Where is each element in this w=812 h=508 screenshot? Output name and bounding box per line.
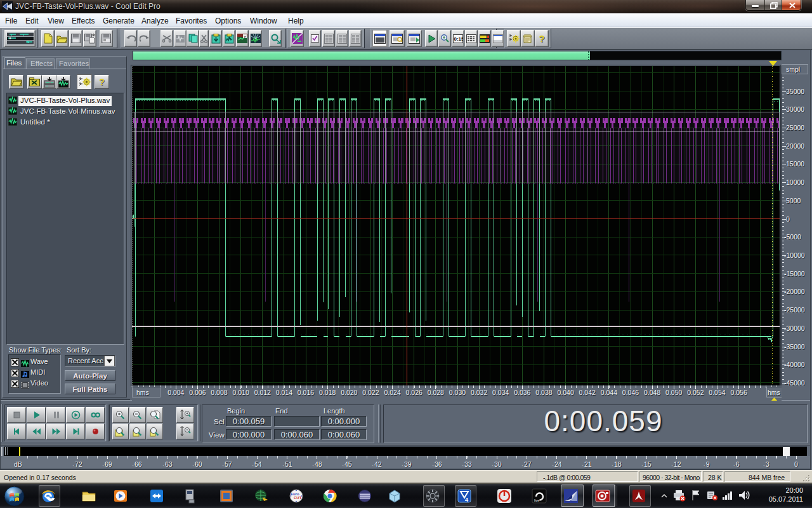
svg-text:live: live (534, 498, 539, 502)
svg-text:0:15: 0:15 (454, 36, 464, 42)
svg-text:CUT: CUT (294, 496, 302, 500)
svg-text:z: z (244, 35, 246, 39)
svg-text:4: 4 (465, 497, 468, 503)
